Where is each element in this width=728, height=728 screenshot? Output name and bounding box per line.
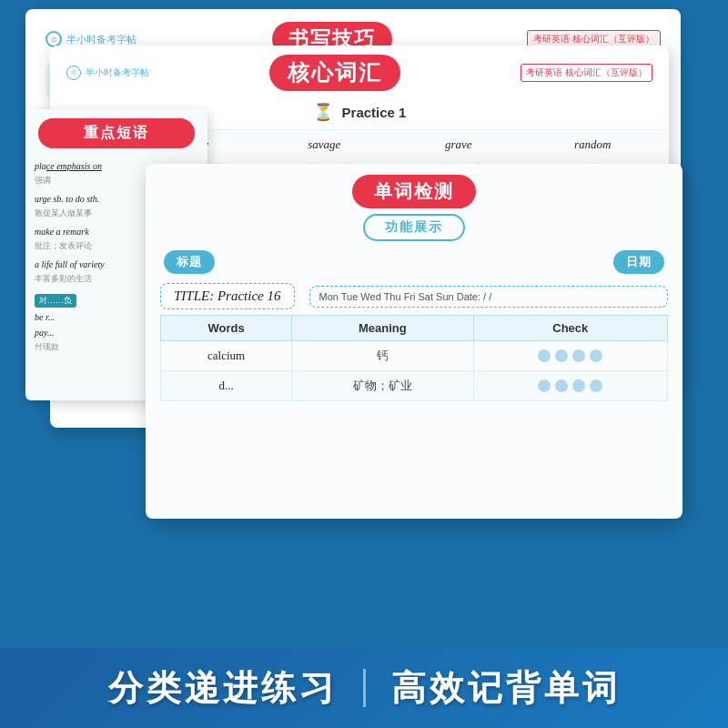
word-cell-1: calcium bbox=[161, 341, 292, 371]
banner-text2: 高效记背单词 bbox=[391, 665, 621, 712]
date-box: Mon Tue Wed Thu Fri Sat Sun Date: / / bbox=[309, 286, 669, 308]
vocab-right-label: 考研英语 核心词汇（互评版） bbox=[521, 64, 652, 82]
bottom-banner: 分类递进练习 高效记背单词 bbox=[0, 648, 728, 728]
phrase-badge: 重点短语 bbox=[38, 118, 195, 148]
title-value: TITLE: Practice 16 bbox=[160, 283, 295, 309]
meaning-cell-1: 钙 bbox=[292, 341, 473, 371]
label-row: 标题 日期 bbox=[146, 250, 682, 279]
practice-label: Practice 1 bbox=[342, 105, 407, 120]
col-check: Check bbox=[473, 316, 667, 341]
check-dots-1 bbox=[483, 349, 658, 362]
col-words: Words bbox=[161, 316, 292, 341]
banner-divider bbox=[363, 669, 366, 707]
vocab-logo: ⊙ 半小时备考字帖 bbox=[66, 66, 149, 80]
check-cell-1 bbox=[473, 341, 667, 371]
word-cell-2: d... bbox=[161, 371, 292, 401]
neg-badge: 对……负 bbox=[35, 294, 76, 308]
meaning-cn-2: 矿物；矿业 bbox=[353, 379, 412, 392]
title-section: TITLE: Practice 16 Mon Tue Wed Thu Fri S… bbox=[146, 279, 682, 315]
meaning-cell-2: 矿物；矿业 bbox=[292, 371, 473, 401]
dot bbox=[572, 379, 585, 392]
test-badge: 单词检测 bbox=[352, 175, 476, 208]
vocab-header: ⊙ 半小时备考字帖 核心词汇 考研英语 核心词汇（互评版） bbox=[50, 46, 669, 96]
dot bbox=[555, 379, 568, 392]
word-4: random bbox=[526, 137, 661, 152]
banner-text1: 分类递进练习 bbox=[108, 665, 338, 712]
word-2: savage bbox=[258, 137, 392, 152]
meaning-cn-1: 钙 bbox=[377, 349, 389, 362]
vocab-table: Words Meaning Check calcium 钙 bbox=[160, 315, 668, 401]
function-bar: 功能展示 bbox=[146, 214, 682, 241]
card-test: 单词检测 功能展示 标题 日期 TITLE: Practice 16 Mon T… bbox=[146, 164, 682, 519]
label-title-bubble: 标题 bbox=[164, 250, 215, 274]
dot bbox=[538, 379, 551, 392]
function-label: 功能展示 bbox=[363, 214, 465, 241]
col-meaning: Meaning bbox=[292, 316, 473, 341]
table-row: d... 矿物；矿业 bbox=[161, 371, 668, 401]
dot bbox=[590, 349, 602, 362]
hourglass-icon: ⏳ bbox=[313, 102, 333, 122]
vocab-logo-icon: ⊙ bbox=[66, 66, 81, 80]
dot bbox=[590, 379, 602, 392]
dot bbox=[572, 349, 585, 362]
dot bbox=[538, 349, 551, 362]
vocab-badge: 核心词汇 bbox=[269, 55, 400, 91]
word-3: grave bbox=[391, 137, 526, 152]
dot bbox=[555, 349, 568, 362]
check-dots-2 bbox=[483, 379, 658, 392]
check-cell-2 bbox=[473, 371, 667, 401]
table-row: calcium 钙 bbox=[161, 341, 668, 371]
label-date-bubble: 日期 bbox=[613, 250, 664, 274]
